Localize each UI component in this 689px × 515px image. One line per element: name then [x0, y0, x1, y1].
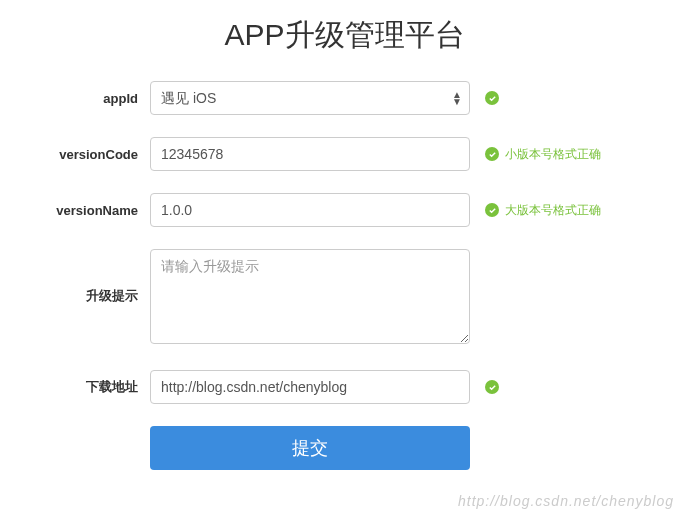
label-appid: appId	[40, 91, 150, 106]
versioncode-input[interactable]	[150, 137, 470, 171]
row-versioncode: versionCode 小版本号格式正确	[40, 137, 649, 171]
label-downloadurl: 下载地址	[40, 378, 150, 396]
check-icon	[485, 91, 499, 105]
label-versioncode: versionCode	[40, 147, 150, 162]
page-title: APP升级管理平台	[40, 15, 649, 56]
validation-text-versioncode: 小版本号格式正确	[505, 146, 601, 163]
downloadurl-input[interactable]	[150, 370, 470, 404]
row-versionname: versionName 大版本号格式正确	[40, 193, 649, 227]
check-icon	[485, 380, 499, 394]
check-icon	[485, 147, 499, 161]
versionname-input[interactable]	[150, 193, 470, 227]
validation-versioncode: 小版本号格式正确	[470, 146, 601, 163]
label-versionname: versionName	[40, 203, 150, 218]
label-upgradetip: 升级提示	[40, 249, 150, 305]
validation-text-versionname: 大版本号格式正确	[505, 202, 601, 219]
row-appid: appId 遇见 iOS ▲▼	[40, 81, 649, 115]
validation-appid	[470, 91, 499, 105]
row-downloadurl: 下载地址	[40, 370, 649, 404]
submit-button[interactable]: 提交	[150, 426, 470, 470]
validation-downloadurl	[470, 380, 499, 394]
validation-versionname: 大版本号格式正确	[470, 202, 601, 219]
upgradetip-textarea[interactable]	[150, 249, 470, 344]
row-upgradetip: 升级提示	[40, 249, 649, 348]
watermark: http://blog.csdn.net/chenyblog	[458, 493, 674, 509]
check-icon	[485, 203, 499, 217]
appid-select[interactable]: 遇见 iOS	[150, 81, 470, 115]
